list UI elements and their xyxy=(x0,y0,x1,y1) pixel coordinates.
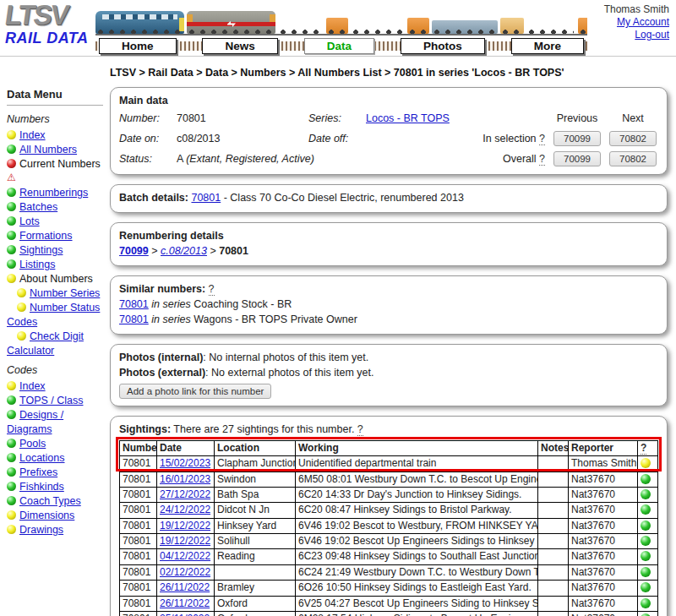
sidebar-item[interactable]: Number Series xyxy=(7,286,106,301)
sidebar-item-label[interactable]: All Numbers xyxy=(19,144,77,155)
logo-rail-data-text: RAIL DATA xyxy=(5,30,100,46)
site-logo[interactable]: LTSV RAIL DATA xyxy=(5,1,100,46)
sidebar-item[interactable]: Sightings xyxy=(7,243,106,258)
sighting-notes xyxy=(538,596,569,611)
similar-number-link[interactable]: 70801 xyxy=(119,313,149,325)
sidebar-item[interactable]: Current Numbers xyxy=(7,157,106,172)
sidebar-item[interactable]: Lots xyxy=(7,215,106,229)
sidebar-item-label[interactable]: Locations xyxy=(19,452,65,464)
similar-number-row: 70801 in series Coaching Stock - BR xyxy=(119,297,658,312)
status-dot-icon xyxy=(7,381,16,390)
sighting-date-link[interactable]: 26/11/2022 xyxy=(160,581,210,593)
sidebar-item[interactable]: Listings xyxy=(7,258,106,272)
wagon-graphic xyxy=(407,18,429,34)
overall-help[interactable]: ? xyxy=(539,153,545,166)
renumbering-date-link[interactable]: c.08/2013 xyxy=(161,245,207,257)
sidebar-item-label[interactable]: Index xyxy=(19,380,46,392)
sidebar-item[interactable]: Fishkinds xyxy=(7,480,106,494)
sighting-reporter: Nat37670 xyxy=(569,564,638,580)
sidebar-item-label[interactable]: Sightings xyxy=(19,244,63,256)
sighting-date-link[interactable]: 26/11/2022 xyxy=(160,597,210,609)
batch-number-link[interactable]: 70801 xyxy=(191,192,221,204)
sidebar-item[interactable]: Number Status Codes xyxy=(7,301,106,330)
sidebar-item-label[interactable]: Index xyxy=(19,129,46,141)
sidebar-item-label[interactable]: Current Numbers xyxy=(19,158,101,170)
sidebar-item[interactable]: Index xyxy=(7,379,106,394)
similar-numbers-help[interactable]: ? xyxy=(209,283,215,296)
series-link[interactable]: Locos - BR TOPS xyxy=(366,112,450,124)
nav-button-label: Photos xyxy=(423,40,462,52)
sidebar-item-label[interactable]: Number Series xyxy=(30,287,100,299)
sidebar-item[interactable]: All Numbers xyxy=(7,143,106,157)
sidebar-item[interactable]: TOPS / Class xyxy=(7,394,106,408)
logout-link[interactable]: Log-out xyxy=(635,29,669,41)
sidebar-item-label[interactable]: Drawings xyxy=(19,524,63,536)
sidebar-item-label[interactable]: TOPS / Class xyxy=(19,395,83,406)
sidebar-item[interactable]: Batches xyxy=(7,200,106,215)
in-selection-previous-button[interactable]: 70099 xyxy=(553,131,601,146)
similar-number-infix: in series xyxy=(149,313,194,325)
status-description: (Extant, Registered, Active) xyxy=(186,153,314,165)
sidebar-item[interactable]: About Numbers xyxy=(7,272,106,286)
status-dot-icon xyxy=(7,245,16,254)
sidebar-title: Data Menu xyxy=(7,87,106,101)
sighting-reporter: Nat37670 xyxy=(569,518,638,533)
nav-button[interactable]: Home xyxy=(99,38,177,54)
overall-next-button[interactable]: 70802 xyxy=(609,151,657,166)
sidebar-item-label[interactable]: Batches xyxy=(19,201,57,213)
sidebar-item[interactable]: Formations xyxy=(7,229,106,243)
sidebar-item[interactable]: Index xyxy=(7,128,106,143)
sighting-status-dot-icon xyxy=(641,598,651,608)
sidebar-item[interactable]: Coach Types xyxy=(7,494,106,509)
sidebar-item-label[interactable]: Renumberings xyxy=(19,187,88,199)
nav-button[interactable]: Photos xyxy=(401,38,485,54)
renumbering-from-link[interactable]: 70099 xyxy=(119,245,149,257)
sidebar-item-label[interactable]: Lots xyxy=(19,215,40,227)
nav-button[interactable]: News xyxy=(202,38,277,54)
sidebar-item[interactable]: Designs / Diagrams xyxy=(7,408,106,437)
nav-button[interactable]: Data xyxy=(304,38,374,54)
sidebar-item[interactable] xyxy=(7,172,106,186)
sighting-working: 6C24 21:49 Westbury Down T.C. to Westbur… xyxy=(296,564,538,580)
breadcrumb: LTSV > Rail Data > Data > Numbers > All … xyxy=(110,67,669,79)
my-account-link[interactable]: My Account xyxy=(617,16,669,28)
sighting-date-link[interactable]: 04/12/2022 xyxy=(160,550,210,562)
add-photo-link-button[interactable]: Add a photo link for this number xyxy=(119,384,271,399)
sidebar-item[interactable]: Dimensions xyxy=(7,509,106,523)
series-label: Series: xyxy=(308,111,361,126)
wagon-graphic xyxy=(326,18,348,34)
sidebar-item-label[interactable]: Dimensions xyxy=(19,510,74,521)
sidebar-item-label[interactable]: Coach Types xyxy=(19,495,81,507)
sighting-date-link[interactable]: 15/02/2023 xyxy=(160,457,210,469)
sidebar-item[interactable]: Check Digit Calculator xyxy=(7,330,106,358)
sidebar-item-label[interactable]: Pools xyxy=(19,438,46,450)
sighting-date-link[interactable]: 16/01/2023 xyxy=(160,473,210,485)
sidebar-item[interactable]: Pools xyxy=(7,437,106,451)
in-selection-next-button[interactable]: 70802 xyxy=(609,131,657,146)
sidebar-item-label[interactable]: Listings xyxy=(19,259,55,270)
sightings-help[interactable]: ? xyxy=(357,423,363,436)
sighting-working: 6V46 19:02 Bescot Up Engineers Sidings t… xyxy=(296,534,538,549)
col-header-date: Date xyxy=(157,440,215,455)
sidebar-item-label[interactable]: Prefixes xyxy=(19,466,57,478)
sidebar-item[interactable]: Drawings xyxy=(7,523,106,537)
sighting-date-link[interactable]: 19/12/2022 xyxy=(160,535,210,547)
similar-number-link[interactable]: 70801 xyxy=(119,298,149,310)
sidebar-item[interactable]: Locations xyxy=(7,451,106,466)
col-header-help[interactable]: ? xyxy=(641,442,646,455)
sighting-date-link[interactable]: 19/12/2022 xyxy=(160,520,210,532)
overall-previous-button[interactable]: 70099 xyxy=(553,151,601,166)
in-selection-help[interactable]: ? xyxy=(539,133,545,145)
sidebar-item-label[interactable]: Formations xyxy=(19,230,73,242)
nav-button[interactable]: More xyxy=(511,38,584,54)
sidebar-item[interactable]: Prefixes xyxy=(7,466,106,480)
sidebar-item-label[interactable]: About Numbers xyxy=(19,273,93,285)
sighting-date-link[interactable]: 27/12/2022 xyxy=(160,488,210,500)
sightings-header-row: Number Date Location Working Notes Repor… xyxy=(120,440,658,455)
sighting-date-link[interactable]: 02/12/2022 xyxy=(160,566,210,578)
status-dot-icon xyxy=(7,525,16,534)
sidebar-item[interactable]: Renumberings xyxy=(7,186,106,200)
sidebar-item-label[interactable]: Fishkinds xyxy=(19,481,64,493)
sighting-date-link[interactable]: 25/11/2022 xyxy=(160,613,210,616)
sighting-date-link[interactable]: 24/12/2022 xyxy=(160,504,210,515)
